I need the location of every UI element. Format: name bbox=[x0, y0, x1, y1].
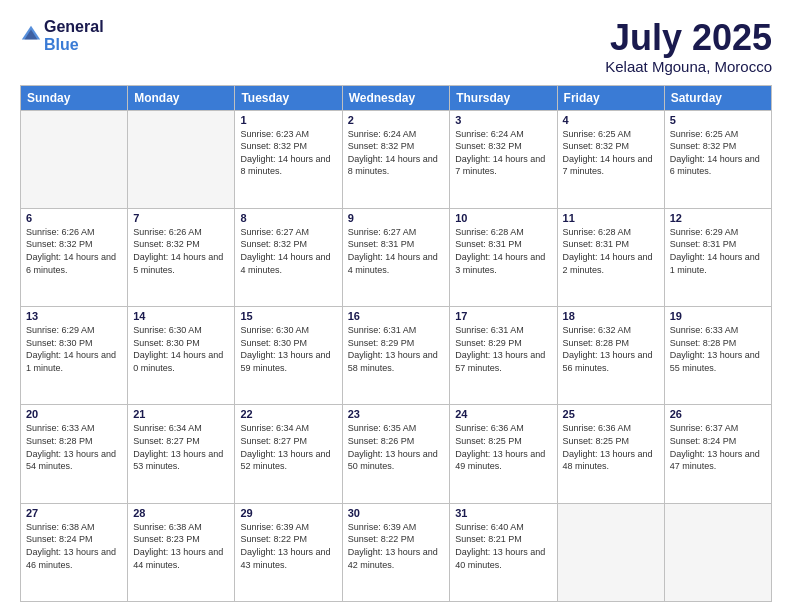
table-row bbox=[557, 503, 664, 601]
table-row: 30Sunrise: 6:39 AM Sunset: 8:22 PM Dayli… bbox=[342, 503, 450, 601]
day-number: 29 bbox=[240, 507, 336, 519]
day-number: 26 bbox=[670, 408, 766, 420]
table-row: 16Sunrise: 6:31 AM Sunset: 8:29 PM Dayli… bbox=[342, 307, 450, 405]
day-info: Sunrise: 6:38 AM Sunset: 8:24 PM Dayligh… bbox=[26, 521, 122, 571]
table-row bbox=[664, 503, 771, 601]
day-info: Sunrise: 6:29 AM Sunset: 8:30 PM Dayligh… bbox=[26, 324, 122, 374]
day-info: Sunrise: 6:38 AM Sunset: 8:23 PM Dayligh… bbox=[133, 521, 229, 571]
day-number: 30 bbox=[348, 507, 445, 519]
table-row: 15Sunrise: 6:30 AM Sunset: 8:30 PM Dayli… bbox=[235, 307, 342, 405]
table-row: 10Sunrise: 6:28 AM Sunset: 8:31 PM Dayli… bbox=[450, 208, 557, 306]
day-number: 5 bbox=[670, 114, 766, 126]
col-friday: Friday bbox=[557, 85, 664, 110]
table-row: 25Sunrise: 6:36 AM Sunset: 8:25 PM Dayli… bbox=[557, 405, 664, 503]
day-number: 16 bbox=[348, 310, 445, 322]
table-row: 20Sunrise: 6:33 AM Sunset: 8:28 PM Dayli… bbox=[21, 405, 128, 503]
table-row: 12Sunrise: 6:29 AM Sunset: 8:31 PM Dayli… bbox=[664, 208, 771, 306]
table-row: 9Sunrise: 6:27 AM Sunset: 8:31 PM Daylig… bbox=[342, 208, 450, 306]
day-info: Sunrise: 6:37 AM Sunset: 8:24 PM Dayligh… bbox=[670, 422, 766, 472]
day-number: 10 bbox=[455, 212, 551, 224]
table-row: 19Sunrise: 6:33 AM Sunset: 8:28 PM Dayli… bbox=[664, 307, 771, 405]
table-row: 6Sunrise: 6:26 AM Sunset: 8:32 PM Daylig… bbox=[21, 208, 128, 306]
day-info: Sunrise: 6:35 AM Sunset: 8:26 PM Dayligh… bbox=[348, 422, 445, 472]
day-number: 19 bbox=[670, 310, 766, 322]
logo-blue-text: Blue bbox=[44, 36, 104, 54]
table-row bbox=[128, 110, 235, 208]
table-row: 5Sunrise: 6:25 AM Sunset: 8:32 PM Daylig… bbox=[664, 110, 771, 208]
day-info: Sunrise: 6:30 AM Sunset: 8:30 PM Dayligh… bbox=[133, 324, 229, 374]
day-number: 2 bbox=[348, 114, 445, 126]
calendar-table: Sunday Monday Tuesday Wednesday Thursday… bbox=[20, 85, 772, 602]
day-number: 22 bbox=[240, 408, 336, 420]
col-sunday: Sunday bbox=[21, 85, 128, 110]
day-number: 11 bbox=[563, 212, 659, 224]
location-title: Kelaat Mgouna, Morocco bbox=[605, 58, 772, 75]
day-info: Sunrise: 6:28 AM Sunset: 8:31 PM Dayligh… bbox=[563, 226, 659, 276]
day-info: Sunrise: 6:36 AM Sunset: 8:25 PM Dayligh… bbox=[455, 422, 551, 472]
table-row: 7Sunrise: 6:26 AM Sunset: 8:32 PM Daylig… bbox=[128, 208, 235, 306]
day-number: 24 bbox=[455, 408, 551, 420]
day-number: 6 bbox=[26, 212, 122, 224]
col-monday: Monday bbox=[128, 85, 235, 110]
day-info: Sunrise: 6:32 AM Sunset: 8:28 PM Dayligh… bbox=[563, 324, 659, 374]
day-info: Sunrise: 6:24 AM Sunset: 8:32 PM Dayligh… bbox=[455, 128, 551, 178]
month-title: July 2025 bbox=[605, 18, 772, 58]
table-row: 22Sunrise: 6:34 AM Sunset: 8:27 PM Dayli… bbox=[235, 405, 342, 503]
day-number: 20 bbox=[26, 408, 122, 420]
day-number: 25 bbox=[563, 408, 659, 420]
title-block: July 2025 Kelaat Mgouna, Morocco bbox=[605, 18, 772, 75]
table-row: 4Sunrise: 6:25 AM Sunset: 8:32 PM Daylig… bbox=[557, 110, 664, 208]
table-row: 1Sunrise: 6:23 AM Sunset: 8:32 PM Daylig… bbox=[235, 110, 342, 208]
day-number: 3 bbox=[455, 114, 551, 126]
table-row: 8Sunrise: 6:27 AM Sunset: 8:32 PM Daylig… bbox=[235, 208, 342, 306]
table-row bbox=[21, 110, 128, 208]
day-number: 31 bbox=[455, 507, 551, 519]
table-row: 21Sunrise: 6:34 AM Sunset: 8:27 PM Dayli… bbox=[128, 405, 235, 503]
day-info: Sunrise: 6:26 AM Sunset: 8:32 PM Dayligh… bbox=[133, 226, 229, 276]
day-number: 1 bbox=[240, 114, 336, 126]
table-row: 3Sunrise: 6:24 AM Sunset: 8:32 PM Daylig… bbox=[450, 110, 557, 208]
day-number: 18 bbox=[563, 310, 659, 322]
day-info: Sunrise: 6:24 AM Sunset: 8:32 PM Dayligh… bbox=[348, 128, 445, 178]
table-row: 27Sunrise: 6:38 AM Sunset: 8:24 PM Dayli… bbox=[21, 503, 128, 601]
table-row: 28Sunrise: 6:38 AM Sunset: 8:23 PM Dayli… bbox=[128, 503, 235, 601]
day-number: 17 bbox=[455, 310, 551, 322]
day-info: Sunrise: 6:30 AM Sunset: 8:30 PM Dayligh… bbox=[240, 324, 336, 374]
col-thursday: Thursday bbox=[450, 85, 557, 110]
day-info: Sunrise: 6:33 AM Sunset: 8:28 PM Dayligh… bbox=[26, 422, 122, 472]
logo: General Blue bbox=[20, 18, 104, 53]
logo-icon bbox=[20, 23, 42, 45]
calendar-week-row: 13Sunrise: 6:29 AM Sunset: 8:30 PM Dayli… bbox=[21, 307, 772, 405]
calendar-week-row: 6Sunrise: 6:26 AM Sunset: 8:32 PM Daylig… bbox=[21, 208, 772, 306]
table-row: 29Sunrise: 6:39 AM Sunset: 8:22 PM Dayli… bbox=[235, 503, 342, 601]
day-number: 21 bbox=[133, 408, 229, 420]
day-info: Sunrise: 6:25 AM Sunset: 8:32 PM Dayligh… bbox=[563, 128, 659, 178]
calendar-week-row: 27Sunrise: 6:38 AM Sunset: 8:24 PM Dayli… bbox=[21, 503, 772, 601]
day-number: 13 bbox=[26, 310, 122, 322]
day-number: 4 bbox=[563, 114, 659, 126]
day-info: Sunrise: 6:34 AM Sunset: 8:27 PM Dayligh… bbox=[240, 422, 336, 472]
day-info: Sunrise: 6:36 AM Sunset: 8:25 PM Dayligh… bbox=[563, 422, 659, 472]
day-info: Sunrise: 6:27 AM Sunset: 8:32 PM Dayligh… bbox=[240, 226, 336, 276]
day-info: Sunrise: 6:26 AM Sunset: 8:32 PM Dayligh… bbox=[26, 226, 122, 276]
table-row: 11Sunrise: 6:28 AM Sunset: 8:31 PM Dayli… bbox=[557, 208, 664, 306]
col-saturday: Saturday bbox=[664, 85, 771, 110]
day-number: 27 bbox=[26, 507, 122, 519]
day-info: Sunrise: 6:34 AM Sunset: 8:27 PM Dayligh… bbox=[133, 422, 229, 472]
day-number: 14 bbox=[133, 310, 229, 322]
table-row: 31Sunrise: 6:40 AM Sunset: 8:21 PM Dayli… bbox=[450, 503, 557, 601]
calendar-week-row: 1Sunrise: 6:23 AM Sunset: 8:32 PM Daylig… bbox=[21, 110, 772, 208]
day-info: Sunrise: 6:28 AM Sunset: 8:31 PM Dayligh… bbox=[455, 226, 551, 276]
day-number: 8 bbox=[240, 212, 336, 224]
day-number: 23 bbox=[348, 408, 445, 420]
day-info: Sunrise: 6:33 AM Sunset: 8:28 PM Dayligh… bbox=[670, 324, 766, 374]
day-info: Sunrise: 6:29 AM Sunset: 8:31 PM Dayligh… bbox=[670, 226, 766, 276]
day-info: Sunrise: 6:27 AM Sunset: 8:31 PM Dayligh… bbox=[348, 226, 445, 276]
day-number: 28 bbox=[133, 507, 229, 519]
day-number: 12 bbox=[670, 212, 766, 224]
calendar-week-row: 20Sunrise: 6:33 AM Sunset: 8:28 PM Dayli… bbox=[21, 405, 772, 503]
day-number: 7 bbox=[133, 212, 229, 224]
day-info: Sunrise: 6:39 AM Sunset: 8:22 PM Dayligh… bbox=[348, 521, 445, 571]
page-header: General Blue July 2025 Kelaat Mgouna, Mo… bbox=[20, 18, 772, 75]
table-row: 14Sunrise: 6:30 AM Sunset: 8:30 PM Dayli… bbox=[128, 307, 235, 405]
